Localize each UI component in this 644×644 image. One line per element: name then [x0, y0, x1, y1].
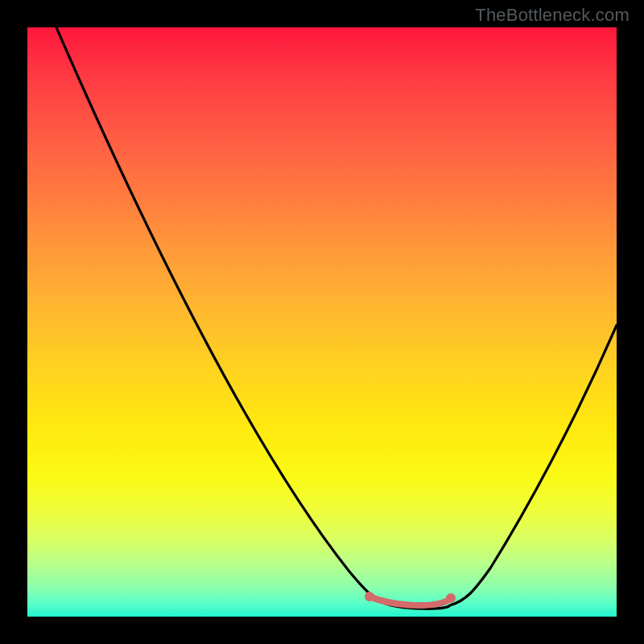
chart-frame: TheBottleneck.com	[0, 0, 644, 644]
plot-area	[27, 27, 617, 617]
heat-gradient	[27, 27, 617, 617]
watermark-text: TheBottleneck.com	[475, 5, 630, 26]
